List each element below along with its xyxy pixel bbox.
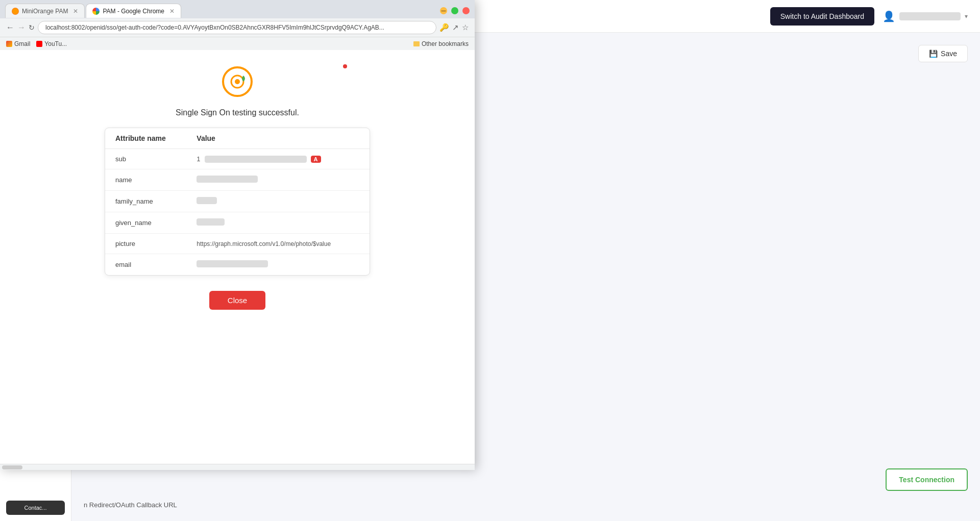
browser-top-chrome: MiniOrange PAM ✕ PAM - Google Chrome ✕ — <box>0 0 475 50</box>
notification-dot <box>343 64 347 68</box>
save-icon: 💾 <box>929 49 938 58</box>
test-connection-button[interactable]: Test Connection <box>886 468 968 491</box>
sso-result-table: Attribute name Value sub 1 A name <box>105 128 370 276</box>
browser-scrollbar[interactable] <box>0 464 475 470</box>
forward-nav-button[interactable]: → <box>17 23 26 32</box>
browser-action-icons: 🔑 ↗ ☆ <box>439 23 469 32</box>
value-family-name <box>197 197 359 206</box>
tab2-title: PAM - Google Chrome <box>103 8 164 15</box>
col-header-attr: Attribute name <box>115 134 197 142</box>
bookmarks-bar: Gmail YouTu... Other bookmarks <box>0 37 475 50</box>
favicon-miniorange <box>12 8 19 15</box>
user-profile-icon: 👤 <box>883 10 895 22</box>
tab1-close-icon[interactable]: ✕ <box>73 8 78 15</box>
address-bar[interactable]: localhost:8002/openid/sso/get-auth-code/… <box>38 21 436 34</box>
user-menu-dropdown-icon: ▾ <box>965 13 968 20</box>
col-header-value: Value <box>197 134 359 142</box>
share-icon[interactable]: ↗ <box>452 23 459 32</box>
save-label: Save <box>941 49 957 58</box>
refresh-nav-button[interactable]: ↻ <box>29 23 35 32</box>
table-row-name: name <box>105 169 370 191</box>
attr-given-name: given_name <box>115 219 197 227</box>
bookmark-youtube-label: YouTu... <box>44 40 67 47</box>
attr-email: email <box>115 261 197 268</box>
sso-close-button[interactable]: Close <box>209 291 265 310</box>
back-nav-button[interactable]: ← <box>6 23 14 32</box>
bookmark-other-label: Other bookmarks <box>422 40 469 47</box>
table-row-picture: picture https://graph.microsoft.com/v1.0… <box>105 234 370 254</box>
bookmark-gmail-label: Gmail <box>14 40 30 47</box>
save-button[interactable]: 💾 Save <box>918 45 968 62</box>
attr-sub: sub <box>115 155 197 163</box>
browser-tab-miniorange[interactable]: MiniOrange PAM ✕ <box>5 4 85 18</box>
window-controls: — <box>440 7 470 14</box>
contact-button[interactable]: Contac... <box>6 501 65 515</box>
bookmark-youtube[interactable]: YouTu... <box>36 40 67 47</box>
bookmark-other[interactable]: Other bookmarks <box>413 40 469 47</box>
value-picture: https://graph.microsoft.com/v1.0/me/phot… <box>197 240 359 247</box>
table-row-email: email <box>105 254 370 275</box>
minimize-button[interactable]: — <box>440 7 447 14</box>
bookmark-gmail[interactable]: Gmail <box>6 40 30 47</box>
close-window-button[interactable] <box>462 7 470 14</box>
switch-audit-button[interactable]: Switch to Audit Dashboard <box>770 7 874 26</box>
address-text: localhost:8002/openid/sso/get-auth-code/… <box>45 24 384 31</box>
maximize-button[interactable] <box>451 7 458 14</box>
browser-page-content: Single Sign On testing successful. Attri… <box>0 50 475 464</box>
bookmark-icon[interactable]: ☆ <box>462 23 469 32</box>
extension-icon[interactable]: 🔑 <box>439 23 449 32</box>
browser-window: MiniOrange PAM ✕ PAM - Google Chrome ✕ — <box>0 0 475 470</box>
miniorange-page-icon <box>221 65 254 100</box>
table-header-row: Attribute name Value <box>105 128 370 149</box>
attr-family-name: family_name <box>115 197 197 205</box>
user-name-display <box>899 12 961 20</box>
attr-picture: picture <box>115 240 197 247</box>
attr-name: name <box>115 176 197 184</box>
mo-brand-icon <box>221 65 254 98</box>
tab1-title: MiniOrange PAM <box>22 8 68 15</box>
value-given-name <box>197 218 359 227</box>
favicon-chrome <box>92 8 100 15</box>
attr-badge-a: A <box>311 156 321 163</box>
value-sub-blurred <box>205 156 307 163</box>
user-menu[interactable]: 👤 ▾ <box>883 10 968 22</box>
browser-tab-pam[interactable]: PAM - Google Chrome ✕ <box>86 4 181 18</box>
table-row-given-name: given_name <box>105 212 370 234</box>
table-row-family-name: family_name <box>105 191 370 212</box>
value-sub: 1 A <box>197 155 359 163</box>
table-row-sub: sub 1 A <box>105 149 370 169</box>
value-email <box>197 260 359 269</box>
tab2-close-icon[interactable]: ✕ <box>169 8 175 15</box>
svg-point-7 <box>235 79 240 84</box>
sso-success-message: Single Sign On testing successful. <box>176 108 299 117</box>
value-name <box>197 176 359 184</box>
callback-url-label: n Redirect/OAuth Callback URL <box>84 501 968 509</box>
